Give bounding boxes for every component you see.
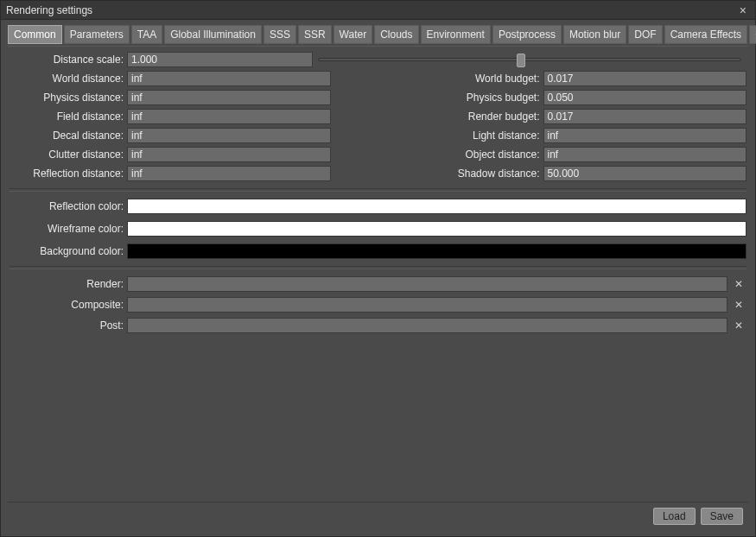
tab-dof[interactable]: DOF	[628, 25, 662, 44]
label-object-distance: Object distance:	[426, 148, 543, 161]
tab-common[interactable]: Common	[8, 25, 62, 44]
swatch-wireframe-color[interactable]	[127, 221, 746, 237]
input-world-budget[interactable]	[543, 71, 747, 86]
save-button[interactable]: Save	[701, 508, 743, 525]
swatch-background-color[interactable]	[127, 243, 746, 259]
label-physics-distance: Physics distance:	[10, 92, 127, 104]
input-post-path[interactable]	[127, 318, 727, 333]
footer: Load Save	[8, 502, 748, 529]
tab-color[interactable]: Color	[749, 25, 756, 44]
tab-environment[interactable]: Environment	[421, 25, 491, 44]
tab-ssr[interactable]: SSR	[298, 25, 332, 44]
close-icon[interactable]: ×	[736, 4, 750, 16]
input-light-distance[interactable]	[543, 128, 747, 143]
window-title: Rendering settings	[6, 4, 736, 16]
rendering-settings-window: Rendering settings × CommonParametersTAA…	[0, 0, 756, 537]
tab-postprocess[interactable]: Postprocess	[492, 25, 562, 44]
label-reflection-color: Reflection color:	[10, 200, 127, 212]
input-clutter-distance[interactable]	[127, 147, 331, 162]
slider-track[interactable]	[318, 58, 741, 61]
label-post-path: Post:	[10, 319, 127, 332]
tab-water[interactable]: Water	[334, 25, 373, 44]
separator	[10, 266, 746, 269]
label-distance-scale: Distance scale:	[10, 54, 127, 66]
swatch-reflection-color[interactable]	[127, 199, 746, 214]
input-physics-distance[interactable]	[127, 90, 331, 105]
load-button[interactable]: Load	[653, 508, 696, 525]
slider-distance-scale[interactable]	[313, 58, 746, 61]
distance-grid: World distance: Physics distance: Field …	[10, 69, 746, 183]
input-distance-scale[interactable]	[127, 52, 313, 67]
input-reflection-distance[interactable]	[127, 166, 331, 181]
tab-sss[interactable]: SSS	[264, 25, 296, 44]
content-area: CommonParametersTAAGlobal IlluminationSS…	[1, 20, 755, 536]
input-field-distance[interactable]	[127, 109, 331, 124]
tab-parameters[interactable]: Parameters	[64, 25, 130, 44]
tab-clouds[interactable]: Clouds	[374, 25, 418, 44]
tab-global-illumination[interactable]: Global Illumination	[164, 25, 262, 44]
tab-motion-blur[interactable]: Motion blur	[563, 25, 626, 44]
titlebar: Rendering settings ×	[1, 1, 755, 20]
tab-bar: CommonParametersTAAGlobal IlluminationSS…	[8, 25, 748, 44]
input-render-path[interactable]	[127, 276, 727, 292]
input-world-distance[interactable]	[127, 71, 331, 86]
input-decal-distance[interactable]	[127, 128, 331, 143]
input-physics-budget[interactable]	[543, 90, 747, 105]
row-distance-scale: Distance scale:	[10, 50, 746, 69]
label-background-color: Background color:	[10, 245, 127, 257]
common-panel: Distance scale: World distance: Physics …	[8, 46, 748, 502]
label-shadow-distance: Shadow distance:	[426, 167, 543, 180]
label-composite-path: Composite:	[10, 299, 127, 311]
label-reflection-distance: Reflection distance:	[10, 167, 127, 180]
label-world-budget: World budget:	[426, 73, 543, 85]
label-render-path: Render:	[10, 278, 127, 290]
input-object-distance[interactable]	[543, 147, 747, 162]
tab-camera-effects[interactable]: Camera Effects	[664, 25, 747, 44]
tab-taa[interactable]: TAA	[131, 25, 162, 44]
input-composite-path[interactable]	[127, 297, 727, 313]
slider-thumb[interactable]	[517, 54, 525, 67]
clear-post-icon[interactable]: ✕	[731, 318, 746, 333]
label-field-distance: Field distance:	[10, 111, 127, 123]
label-render-budget: Render budget:	[426, 111, 543, 123]
label-physics-budget: Physics budget:	[426, 92, 543, 104]
label-world-distance: World distance:	[10, 73, 127, 85]
label-clutter-distance: Clutter distance:	[10, 148, 127, 161]
label-light-distance: Light distance:	[426, 130, 543, 142]
separator	[10, 188, 746, 192]
input-shadow-distance[interactable]	[543, 166, 747, 181]
input-render-budget[interactable]	[543, 109, 747, 124]
label-wireframe-color: Wireframe color:	[10, 223, 127, 235]
clear-composite-icon[interactable]: ✕	[731, 297, 746, 313]
label-decal-distance: Decal distance:	[10, 130, 127, 142]
clear-render-icon[interactable]: ✕	[731, 276, 746, 292]
